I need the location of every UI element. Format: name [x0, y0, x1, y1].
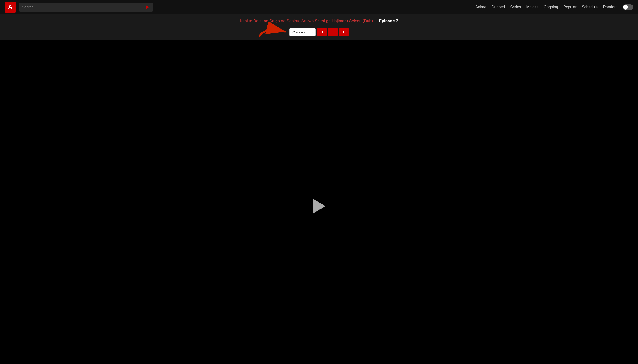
chevron-right-icon — [343, 30, 345, 34]
search-input[interactable] — [22, 5, 145, 9]
episode-label: Episode 7 — [379, 19, 398, 24]
nav-schedule[interactable]: Schedule — [582, 5, 598, 9]
search-play-icon — [146, 6, 149, 9]
server-select-wrapper: Oserver Server 1 Server 2 — [289, 28, 316, 36]
nav-links: Anime Dubbed Series Movies Ongoing Popul… — [475, 4, 633, 10]
nav-dubbed[interactable]: Dubbed — [491, 5, 505, 9]
theme-toggle[interactable] — [623, 4, 633, 10]
arrow-annotation — [257, 22, 293, 41]
prev-episode-button[interactable] — [317, 28, 327, 36]
logo-letter: A — [8, 3, 13, 11]
episode-bar: Kimi to Boku no Saigo no Senjou, Aruiwa … — [0, 14, 638, 26]
next-episode-button[interactable] — [339, 28, 349, 36]
chevron-left-icon — [321, 30, 323, 34]
nav-movies[interactable]: Movies — [526, 5, 538, 9]
toggle-knob — [623, 5, 628, 10]
menu-line-3 — [331, 33, 335, 34]
nav-popular[interactable]: Popular — [563, 5, 576, 9]
episode-separator: - — [375, 19, 377, 24]
controls-bar: Oserver Server 1 Server 2 — [0, 26, 638, 40]
menu-line-2 — [331, 32, 335, 32]
search-submit-button[interactable] — [145, 4, 150, 10]
header: A Anime Dubbed Series Movies Ongoing Pop… — [0, 0, 638, 14]
menu-line-1 — [331, 30, 335, 31]
nav-ongoing[interactable]: Ongoing — [544, 5, 558, 9]
nav-series[interactable]: Series — [510, 5, 521, 9]
menu-button[interactable] — [328, 28, 338, 36]
search-bar — [19, 3, 153, 12]
nav-random[interactable]: Random — [603, 5, 617, 9]
server-select[interactable]: Oserver Server 1 Server 2 — [289, 28, 316, 36]
logo[interactable]: A — [5, 2, 16, 13]
menu-icon — [331, 30, 335, 34]
video-play-icon — [313, 198, 325, 214]
video-player[interactable] — [0, 40, 638, 364]
nav-anime[interactable]: Anime — [475, 5, 486, 9]
